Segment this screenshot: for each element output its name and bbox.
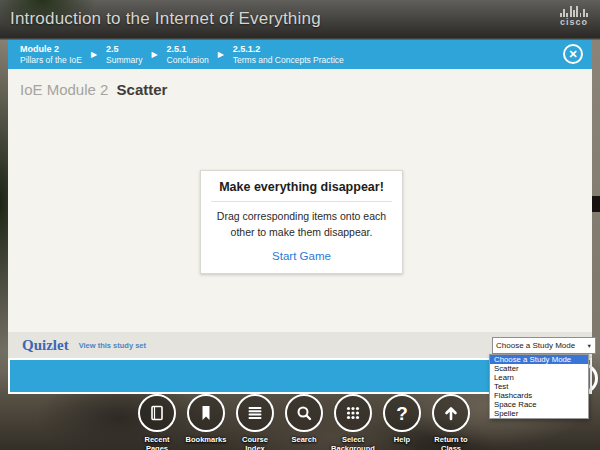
cisco-bars-icon [560,6,588,17]
menu-item-learn[interactable]: Learn [490,373,588,382]
toolbar-label: Recent Pages [134,435,180,450]
question-mark-glyph: ? [396,404,408,423]
breadcrumb: Module 2 Pillars of the IoE ▶ 2.5 Summar… [8,40,592,69]
toolbar-button-bookmarks[interactable]: Bookmarks [183,394,229,450]
breadcrumb-code: 2.5.1 [167,44,209,55]
view-study-set-link[interactable]: View this study set [79,341,146,350]
content-panel: IoE Module 2 Scatter Make everything dis… [8,69,592,332]
help-icon: ? [383,394,421,432]
page-title-prefix: IoE Module 2 [20,81,108,98]
card-instructions: Drag corresponding items onto each other… [215,208,388,241]
search-icon [285,394,323,432]
start-game-link[interactable]: Start Game [211,250,392,262]
menu-item-choose-study-mode[interactable]: Choose a Study Mode [490,355,588,364]
toolbar-label: Course Index [232,435,278,450]
bottom-toolbar: Recent Pages Bookmarks Course Index Sear… [134,394,474,450]
menu-item-space-race[interactable]: Space Race [490,400,588,409]
breadcrumb-label: Summary [106,55,142,65]
scrollbar-thumb[interactable] [592,196,600,212]
page-title: IoE Module 2 Scatter [20,81,167,98]
close-button[interactable]: ✕ [563,44,583,64]
menu-item-scatter[interactable]: Scatter [490,364,588,373]
breadcrumb-label: Pillars of the IoE [20,55,82,65]
bookmarks-icon [187,394,225,432]
quizlet-logo[interactable]: Quizlet [22,337,69,354]
cisco-logo: cisco [560,6,588,27]
toolbar-label: Return to Class [428,435,474,450]
breadcrumb-item-terms-practice[interactable]: 2.5.1.2 Terms and Concepts Practice [233,44,344,65]
breadcrumb-code: 2.5.1.2 [233,44,344,55]
menu-item-speller[interactable]: Speller [490,409,588,418]
return-to-class-icon [432,394,470,432]
toolbar-label: Search [291,435,316,444]
app-header: Introduction to the Internet of Everythi… [0,0,600,38]
study-mode-select-value: Choose a Study Mode [496,341,575,350]
breadcrumb-item-summary[interactable]: 2.5 Summary [106,44,142,65]
select-background-icon [334,394,372,432]
breadcrumb-code: Module 2 [20,44,82,55]
breadcrumb-item-conclusion[interactable]: 2.5.1 Conclusion [167,44,209,65]
toolbar-button-recent-pages[interactable]: Recent Pages [134,394,180,450]
course-index-icon [236,394,274,432]
menu-item-test[interactable]: Test [490,382,588,391]
toolbar-button-course-index[interactable]: Course Index [232,394,278,450]
breadcrumb-label: Terms and Concepts Practice [233,55,344,65]
card-title: Make everything disappear! [211,180,392,202]
breadcrumb-arrow-icon: ▶ [151,51,157,59]
toolbar-button-return-to-class[interactable]: Return to Class [428,394,474,450]
toolbar-label: Select Background [330,435,376,450]
app-window: Introduction to the Internet of Everythi… [0,0,600,450]
breadcrumb-arrow-icon: ▶ [91,51,97,59]
select-arrow-icon: ▼ [587,343,592,349]
breadcrumb-label: Conclusion [167,55,209,65]
page-title-current: Scatter [117,81,168,98]
toolbar-button-select-background[interactable]: Select Background [330,394,376,450]
recent-pages-icon [138,394,176,432]
menu-item-flashcards[interactable]: Flashcards [490,391,588,400]
breadcrumb-code: 2.5 [106,44,142,55]
game-card: Make everything disappear! Drag correspo… [200,170,403,274]
breadcrumb-arrow-icon: ▶ [218,51,224,59]
toolbar-button-help[interactable]: ? Help [379,394,425,450]
cisco-wordmark: cisco [560,17,588,27]
study-mode-menu: Choose a Study Mode Scatter Learn Test F… [489,354,589,419]
breadcrumb-item-module[interactable]: Module 2 Pillars of the IoE [20,44,82,65]
toolbar-label: Bookmarks [186,435,227,444]
toolbar-button-search[interactable]: Search [281,394,327,450]
close-icon: ✕ [568,49,577,60]
toolbar-label: Help [394,435,410,444]
study-mode-select[interactable]: Choose a Study Mode ▼ [492,337,596,354]
course-title: Introduction to the Internet of Everythi… [10,9,321,29]
